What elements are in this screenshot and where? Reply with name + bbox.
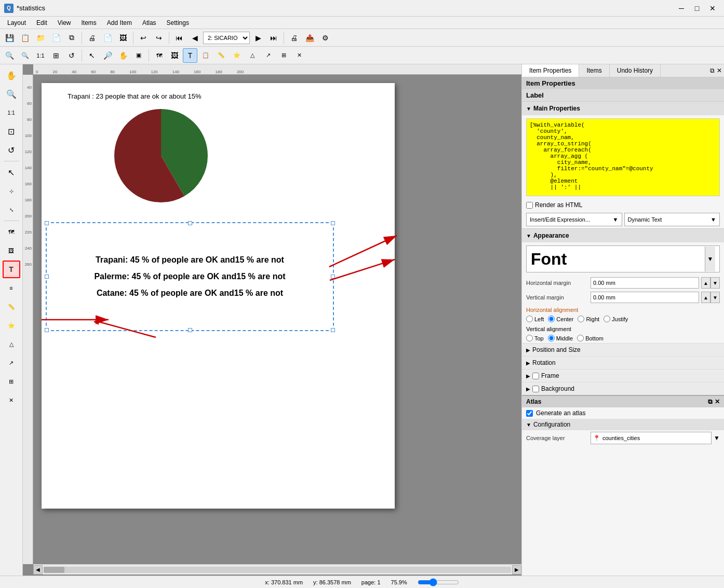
tab-items[interactable]: Items	[579, 64, 609, 77]
canvas-scroll[interactable]: Trapani : 23 people that are ok or about…	[33, 75, 521, 564]
h-align-justify-radio[interactable]	[604, 316, 610, 322]
select-move-button[interactable]: ↖	[85, 48, 99, 63]
v-align-middle-radio[interactable]	[548, 335, 555, 341]
add-shape-button[interactable]: △	[245, 48, 260, 63]
label-box[interactable]: Trapani: 45 % of people are OK and15 % a…	[46, 222, 334, 331]
v-align-top[interactable]: Top	[526, 335, 544, 341]
section-frame[interactable]: ▶ Frame	[522, 369, 724, 382]
atlas-next-button[interactable]: ▶	[251, 31, 265, 45]
pie-chart[interactable]	[109, 104, 218, 208]
lt-add-scale-button[interactable]: 📏	[3, 298, 20, 316]
add-legend-button[interactable]: 📋	[198, 48, 213, 63]
lt-add-label-button[interactable]: T	[3, 261, 20, 278]
atlas-export-button[interactable]: 📤	[302, 31, 317, 45]
zoom-select-button[interactable]: 🔎	[100, 48, 115, 63]
export-pdf-button[interactable]: 📄	[100, 31, 115, 45]
lt-add-table-button[interactable]: ⊞	[3, 373, 20, 390]
lt-resize-button[interactable]: ⤡	[3, 201, 20, 218]
atlas-prev-button[interactable]: ◀	[187, 31, 202, 45]
open-layout-button[interactable]: 📁	[33, 31, 48, 45]
zoom-in-button[interactable]: 🔍	[2, 48, 17, 63]
h-align-center-radio[interactable]	[548, 316, 555, 322]
print-button[interactable]: 🖨	[85, 31, 99, 45]
lt-add-pic-button[interactable]: 🖼	[3, 242, 20, 259]
render-html-checkbox[interactable]	[526, 202, 533, 209]
font-display[interactable]: Font ▼	[526, 245, 720, 272]
scrollbar-track[interactable]	[44, 567, 511, 573]
config-section-header[interactable]: ▼ Configuration	[522, 419, 724, 430]
new-layout-button[interactable]: 📄	[49, 31, 63, 45]
scrollbar-thumb[interactable]	[44, 567, 64, 573]
coverage-select[interactable]: 📍 counties_cities	[591, 432, 712, 444]
scroll-left-button[interactable]: ◀	[33, 565, 43, 575]
h-scrollbar[interactable]: ◀ ▶	[33, 564, 521, 575]
add-map-button[interactable]: 🗺	[152, 48, 166, 63]
expression-editor[interactable]: [%with_variable( 'county', county_nam, a…	[526, 118, 720, 196]
lt-close-button[interactable]: ✕	[3, 391, 20, 409]
menu-atlas[interactable]: Atlas	[137, 18, 162, 28]
zoom-100-button[interactable]: 1:1	[33, 48, 48, 63]
generate-atlas-checkbox[interactable]	[526, 410, 533, 417]
h-margin-up-button[interactable]: ▲	[701, 277, 710, 289]
background-checkbox[interactable]	[532, 386, 539, 392]
section-main-properties-header[interactable]: ▼ Main Properties	[522, 101, 724, 115]
insert-edit-btn[interactable]: Insert/Edit Expression... ▼	[526, 213, 622, 226]
v-align-bottom-radio[interactable]	[577, 335, 584, 341]
coverage-dropdown-icon[interactable]: ▼	[714, 434, 720, 442]
h-margin-down-button[interactable]: ▼	[710, 277, 720, 289]
lt-move-button[interactable]: ⊹	[3, 182, 20, 200]
select-features-button[interactable]: ▣	[131, 48, 146, 63]
atlas-combo[interactable]: 2: SICARIO	[203, 32, 250, 44]
add-scalebar-button[interactable]: 📏	[214, 48, 229, 63]
tab-item-properties[interactable]: Item Properties	[522, 64, 579, 77]
menu-layout[interactable]: Layout	[2, 18, 31, 28]
export-img-button[interactable]: 🖼	[116, 31, 130, 45]
h-align-justify[interactable]: Justify	[604, 316, 628, 322]
lt-select-button[interactable]: ↖	[3, 163, 20, 181]
atlas-last-button[interactable]: ⏭	[266, 31, 281, 45]
atlas-float-icon[interactable]: ⧉	[708, 398, 713, 405]
v-margin-down-button[interactable]: ▼	[710, 292, 720, 303]
menu-add-item[interactable]: Add Item	[102, 18, 137, 28]
lt-add-north-button[interactable]: ⭐	[3, 317, 20, 334]
redo-button[interactable]: ↪	[152, 31, 166, 45]
menu-view[interactable]: View	[52, 18, 76, 28]
atlas-first-button[interactable]: ⏮	[172, 31, 186, 45]
v-align-top-radio[interactable]	[526, 335, 533, 341]
pan-button[interactable]: ✋	[116, 48, 130, 63]
atlas-settings-button[interactable]: ⚙	[318, 31, 332, 45]
zoom-refresh-button[interactable]: ↺	[64, 48, 79, 63]
section-rotation[interactable]: ▶ Rotation	[522, 356, 724, 369]
close-tool-button[interactable]: ✕	[292, 48, 306, 63]
atlas-close-icon[interactable]: ✕	[715, 398, 720, 405]
zoom-out-button[interactable]: 🔍	[18, 48, 32, 63]
minimize-button[interactable]: ─	[674, 3, 689, 14]
tab-undo-history[interactable]: Undo History	[610, 64, 661, 77]
save-button[interactable]: 💾	[2, 31, 17, 45]
scroll-right-button[interactable]: ▶	[512, 565, 521, 575]
maximize-button[interactable]: □	[690, 3, 704, 14]
font-dropdown-button[interactable]: ▼	[705, 247, 715, 271]
h-align-center[interactable]: Center	[548, 316, 573, 322]
section-position-size[interactable]: ▶ Position and Size	[522, 343, 724, 356]
panel-float-icon[interactable]: ⧉	[710, 67, 715, 74]
v-margin-input[interactable]	[591, 292, 699, 303]
section-appearance-header[interactable]: ▼ Appearance	[522, 228, 724, 242]
undo-button[interactable]: ↩	[136, 31, 151, 45]
frame-checkbox[interactable]	[532, 373, 539, 379]
lt-add-shape-button[interactable]: △	[3, 335, 20, 353]
h-align-left-radio[interactable]	[526, 316, 533, 322]
menu-edit[interactable]: Edit	[31, 18, 52, 28]
section-background[interactable]: ▶ Background	[522, 382, 724, 395]
lt-zoom100-button[interactable]: 1:1	[3, 104, 20, 121]
lt-add-legend-button[interactable]: ≡	[3, 279, 20, 297]
add-label-button[interactable]: T	[183, 48, 197, 63]
v-align-middle[interactable]: Middle	[548, 335, 573, 341]
panel-close-icon[interactable]: ✕	[717, 67, 722, 74]
add-north-button[interactable]: ⭐	[230, 48, 244, 63]
lt-add-arrow-button[interactable]: ↗	[3, 354, 20, 372]
lt-zoom-items-button[interactable]: ⊡	[3, 122, 20, 140]
add-table-button[interactable]: ⊞	[276, 48, 291, 63]
h-margin-input[interactable]	[591, 277, 699, 289]
v-align-bottom[interactable]: Bottom	[577, 335, 604, 341]
